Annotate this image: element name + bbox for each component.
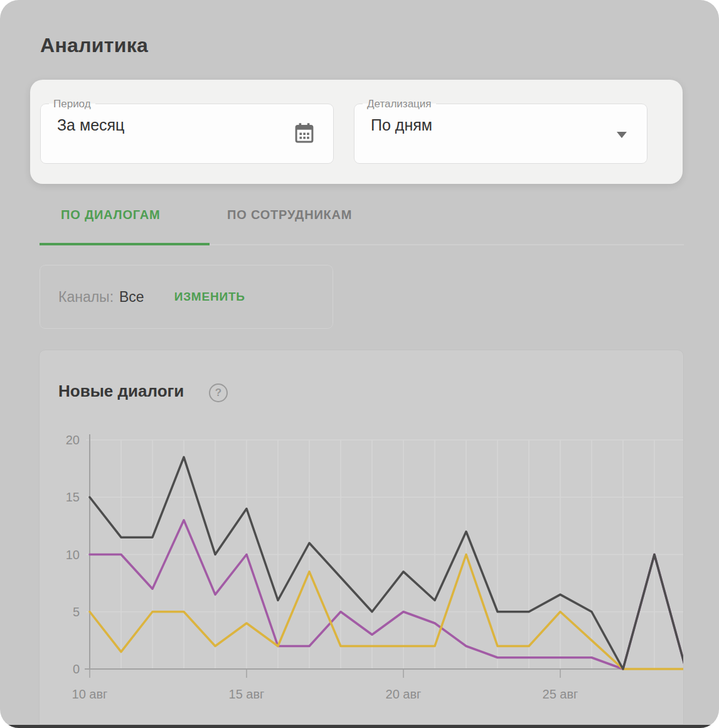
detail-field-value: По дням [371,116,647,134]
svg-text:10: 10 [66,548,80,562]
svg-text:15: 15 [66,490,80,504]
svg-text:20 авг: 20 авг [386,687,422,701]
svg-text:20: 20 [66,433,80,447]
tab-by-employees[interactable]: ПО СОТРУДНИКАМ [227,208,352,222]
svg-text:0: 0 [73,662,80,676]
line-chart: 10 авг15 авг20 авг25 авг05101520 [40,350,683,724]
analytics-page: Аналитика Период За месяц [0,0,719,728]
active-tab-underline [40,243,210,245]
period-field[interactable]: Период За месяц [40,99,334,164]
new-dialogs-chart-card: Новые диалоги ? 10 авг15 авг20 авг25 авг… [39,350,684,725]
svg-text:15 авг: 15 авг [229,687,265,701]
tab-by-dialogs[interactable]: ПО ДИАЛОГАМ [61,208,160,222]
filters-panel: Период За месяц Детализация По [30,80,683,184]
svg-text:25 авг: 25 авг [543,687,578,701]
chevron-down-icon[interactable] [617,132,627,138]
calendar-icon[interactable] [293,121,316,147]
period-field-value: За месяц [57,116,333,134]
detail-field[interactable]: Детализация По дням [354,99,647,164]
channels-value: Все [119,289,144,306]
dark-series-line [90,457,683,669]
detail-field-label: Детализация [363,99,436,109]
channels-label: Каналы: [58,289,114,306]
bottom-bar [0,725,719,728]
svg-text:5: 5 [73,605,80,619]
svg-text:10 авг: 10 авг [72,687,108,701]
page-title: Аналитика [40,34,148,57]
channels-filter-box: Каналы: Все ИЗМЕНИТЬ [40,265,333,329]
change-channels-button[interactable]: ИЗМЕНИТЬ [174,290,245,304]
period-field-label: Период [49,99,95,109]
